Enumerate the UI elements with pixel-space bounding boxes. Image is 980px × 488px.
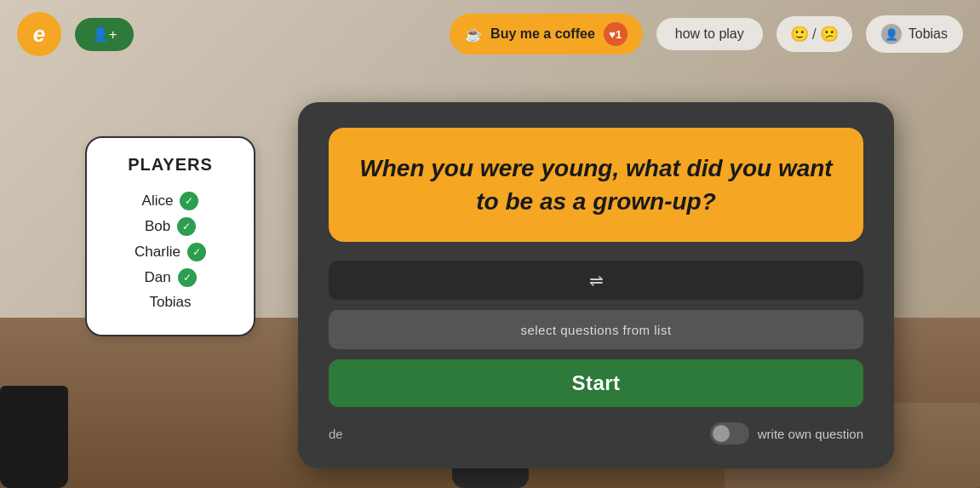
question-box: When you were young, what did you want t… (329, 128, 863, 242)
separator: / (812, 26, 817, 43)
start-label: Start (571, 371, 620, 394)
coffee-cup-icon: ☕ (465, 26, 482, 43)
write-own-toggle-row: write own question (710, 422, 863, 445)
app-logo[interactable]: e (17, 12, 61, 56)
player-item: Dan✓ (100, 265, 240, 290)
coffee-count: 1 (616, 28, 622, 41)
deco-mug-left (0, 386, 68, 488)
write-own-toggle[interactable] (710, 422, 749, 445)
user-avatar-icon: 👤 (881, 24, 902, 44)
start-button[interactable]: Start (329, 359, 863, 407)
player-check-icon: ✓ (180, 192, 198, 210)
user-profile-button[interactable]: 👤 Tobias (866, 15, 963, 53)
emoji-toggle-button[interactable]: 🙂 / 😕 (777, 16, 852, 52)
game-modal: When you were young, what did you want t… (298, 102, 894, 468)
player-name: Dan (144, 269, 170, 286)
language-label: de (329, 427, 343, 441)
add-player-icon: 👤+ (92, 26, 117, 43)
player-name: Bob (145, 218, 170, 235)
happy-emoji-icon: 🙂 (790, 25, 809, 43)
players-title: PLAYERS (100, 155, 240, 175)
player-name: Tobias (149, 294, 191, 311)
shuffle-icon: ⇌ (589, 270, 604, 290)
modal-footer: de write own question (329, 422, 863, 445)
player-check-icon: ✓ (177, 217, 196, 236)
players-card: PLAYERS Alice✓Bob✓Charlie✓Dan✓Tobias (85, 136, 255, 336)
player-item: Tobias (100, 290, 240, 314)
player-check-icon: ✓ (178, 268, 197, 287)
buy-coffee-label: Buy me a coffee (490, 26, 595, 42)
player-name: Charlie (135, 244, 181, 261)
navbar: e 👤+ ☕ Buy me a coffee ♥ 1 how to play 🙂… (0, 0, 980, 68)
select-questions-label: select questions from list (520, 323, 671, 337)
player-item: Alice✓ (100, 188, 240, 214)
buy-coffee-button[interactable]: ☕ Buy me a coffee ♥ 1 (450, 14, 643, 55)
how-to-play-button[interactable]: how to play (656, 18, 763, 50)
shuffle-button[interactable]: ⇌ (329, 261, 863, 300)
toggle-knob (713, 425, 730, 442)
question-text: When you were young, what did you want t… (356, 152, 836, 218)
write-own-label: write own question (758, 427, 863, 441)
player-check-icon: ✓ (187, 243, 206, 261)
player-item: Charlie✓ (100, 239, 240, 265)
player-name: Alice (142, 192, 174, 210)
player-item: Bob✓ (100, 214, 240, 239)
sad-emoji-icon: 😕 (820, 25, 839, 43)
user-name-label: Tobias (908, 26, 948, 42)
heart-icon: ♥ (609, 28, 616, 41)
select-questions-button[interactable]: select questions from list (329, 310, 863, 349)
coffee-heart-badge: ♥ 1 (604, 22, 628, 46)
players-list: Alice✓Bob✓Charlie✓Dan✓Tobias (100, 188, 240, 314)
add-player-button[interactable]: 👤+ (75, 18, 134, 51)
